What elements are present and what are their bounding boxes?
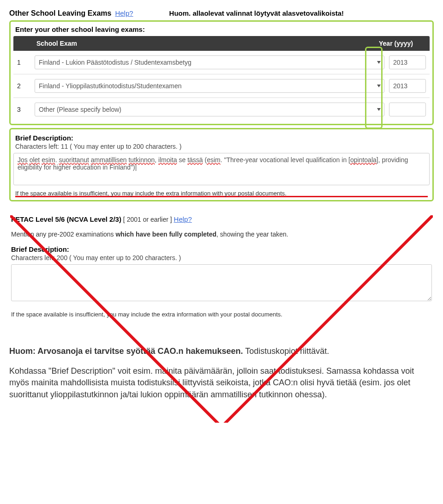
desc-label: Brief Description:	[11, 245, 432, 253]
header-note: Huom. allaolevat valinnat löytyvät alasv…	[169, 9, 344, 17]
section-title: Other School Leaving Exams	[9, 9, 111, 18]
row-number: 3	[17, 106, 30, 113]
document-body: Huom: Arvosanoja ei tarvitse syöttää CAO…	[9, 346, 434, 401]
exams-prompt: Enter your other school leaving exams:	[15, 25, 430, 33]
year-input[interactable]	[389, 55, 426, 69]
fetac-title: FETAC Level 5/6 (NCVA Level 2/3)	[11, 215, 121, 223]
exams-table-header: School Exam Year (yyyy)	[13, 36, 430, 51]
exams-panel: Enter your other school leaving exams: S…	[9, 20, 434, 125]
brief-description-panel: Brief Description: Characters left: 11 (…	[9, 128, 434, 201]
exam-select-wrap	[35, 103, 384, 116]
sub-b: which have been fully completed	[115, 231, 216, 238]
table-row: 1	[13, 51, 430, 74]
th-blank	[18, 40, 36, 47]
exam-select[interactable]	[35, 55, 384, 69]
doc-p1-bold: Huom: Arvosanoja ei tarvitse syöttää CAO…	[9, 346, 243, 356]
fetac-year-range: [ 2001 or earlier ]	[121, 216, 174, 223]
exam-select-wrap	[35, 79, 384, 93]
exam-select-wrap	[35, 55, 384, 69]
exam-select[interactable]	[35, 103, 384, 116]
chars-left: Characters left: 11 ( You may enter up t…	[15, 143, 430, 150]
year-input[interactable]	[389, 79, 426, 93]
desc-label: Brief Description:	[15, 134, 430, 142]
sub-a: Mention any pre-2002 examinations	[11, 231, 115, 238]
footnote-text: If the space available is insufficient, …	[11, 311, 432, 318]
th-year: Year (yyyy)	[379, 40, 425, 47]
doc-p1-rest: Todistuskopiot riittävät.	[243, 346, 329, 356]
chars-left: Characters left: 200 ( You may enter up …	[11, 254, 432, 261]
help-link[interactable]: Help?	[115, 9, 133, 17]
table-row: 2	[13, 74, 430, 98]
description-textarea[interactable]: Jos olet esim. suorittanut ammatillisen …	[13, 153, 430, 185]
fetac-subtitle: Mention any pre-2002 examinations which …	[11, 231, 432, 238]
help-link[interactable]: Help?	[174, 215, 192, 223]
th-exam: School Exam	[36, 40, 379, 47]
fetac-title-row: FETAC Level 5/6 (NCVA Level 2/3) [ 2001 …	[11, 215, 432, 223]
sub-c: , showing the year taken.	[216, 231, 288, 238]
fetac-section: FETAC Level 5/6 (NCVA Level 2/3) [ 2001 …	[10, 215, 433, 318]
description-textarea[interactable]	[11, 264, 432, 301]
section-header: Other School Leaving Exams Help? Huom. a…	[9, 9, 434, 18]
row-number: 2	[17, 82, 30, 90]
row-number: 1	[17, 59, 30, 66]
table-row: 3	[13, 98, 430, 121]
exam-select[interactable]	[35, 79, 384, 93]
year-input[interactable]	[389, 103, 426, 116]
doc-p2: Kohdassa "Brief Description" voit esim. …	[9, 365, 434, 401]
